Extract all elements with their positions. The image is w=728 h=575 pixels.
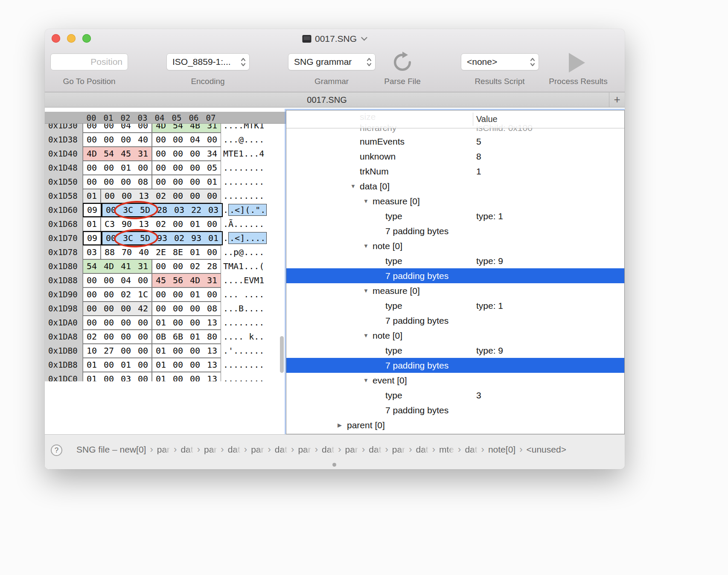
hex-byte[interactable]: 00 xyxy=(100,134,117,146)
hex-byte[interactable]: 00 xyxy=(204,134,221,146)
hex-byte[interactable]: 00 xyxy=(134,359,151,371)
hex-byte[interactable]: 01 xyxy=(204,176,221,188)
hex-byte[interactable]: 93 xyxy=(188,232,205,244)
breadcrumb-item[interactable]: dat xyxy=(275,444,287,455)
hex-byte[interactable]: 00 xyxy=(100,162,117,174)
results-tree[interactable]: sizehierarchyisChild: 0x100 Value numEve… xyxy=(286,110,625,434)
hex-field-segment[interactable]: 01000013 xyxy=(152,344,221,358)
hex-byte[interactable]: 6B xyxy=(169,331,186,343)
hex-byte[interactable]: 00 xyxy=(204,218,221,230)
close-button[interactable] xyxy=(52,34,60,43)
hex-byte[interactable]: 02 xyxy=(186,260,204,273)
breadcrumb-item[interactable]: dat xyxy=(322,444,334,455)
hex-byte[interactable]: 00 xyxy=(134,274,151,287)
results-script-select[interactable]: <none> xyxy=(461,53,539,70)
hex-byte[interactable]: 45 xyxy=(117,148,134,160)
disclosure-closed-icon[interactable]: ▶ xyxy=(338,418,347,433)
hex-byte[interactable]: 01 xyxy=(117,162,134,174)
breadcrumb-item[interactable]: par xyxy=(392,444,405,455)
hex-byte[interactable]: 00 xyxy=(169,148,186,160)
hex-row[interactable]: 0x1DB01027000001000013.'...... xyxy=(45,344,286,358)
hex-byte[interactable]: 01 xyxy=(83,218,100,230)
hex-byte[interactable]: 02 xyxy=(171,232,188,244)
hex-byte[interactable]: 4D xyxy=(186,274,204,287)
hex-byte[interactable]: 31 xyxy=(204,274,221,287)
hex-byte[interactable]: 00 xyxy=(117,134,134,146)
hex-byte[interactable]: 01 xyxy=(117,359,134,371)
ascii-preview[interactable]: .Ã...... xyxy=(223,217,264,231)
ascii-preview[interactable]: ...B.... xyxy=(223,302,264,316)
hex-byte[interactable]: 00 xyxy=(100,331,117,343)
hex-byte[interactable]: 00 xyxy=(117,345,134,357)
ascii-preview[interactable]: .... k.. xyxy=(223,330,264,344)
hex-byte[interactable]: 02 xyxy=(152,218,169,230)
tree-row[interactable]: ▼note [0] xyxy=(286,328,624,343)
tab-0017-sng[interactable]: 0017.SNG xyxy=(45,93,609,107)
breadcrumb-item[interactable]: par xyxy=(251,444,264,455)
hex-field-segment[interactable]: 02000000 xyxy=(83,330,152,344)
hex-byte[interactable]: 00 xyxy=(134,162,151,174)
hex-byte[interactable]: 00 xyxy=(83,162,100,174)
ascii-preview[interactable]: ........ xyxy=(223,372,264,381)
hex-byte[interactable]: 00 xyxy=(186,190,204,202)
hex-byte[interactable]: 00 xyxy=(169,176,186,188)
hex-row[interactable]: 0x1DC00100030001000013........ xyxy=(45,372,286,381)
hex-byte[interactable]: 00 xyxy=(100,302,117,315)
ascii-preview[interactable]: ....EVM1 xyxy=(223,273,264,288)
tree-row[interactable]: 7 padding bytes xyxy=(286,268,624,283)
hex-byte[interactable]: 01 xyxy=(152,373,169,381)
hex-field-segment[interactable]: 09 xyxy=(83,231,102,245)
hex-byte[interactable]: 00 xyxy=(152,162,169,174)
tree-row[interactable]: ▼note [0] xyxy=(286,238,624,253)
hex-row[interactable]: 0x1D480000010000000005........ xyxy=(45,161,286,175)
hex-byte[interactable]: 01 xyxy=(152,345,169,357)
hex-field-segment[interactable]: 00001302000000 xyxy=(101,189,221,203)
ascii-preview[interactable]: ........ xyxy=(223,358,264,372)
hex-byte[interactable]: 00 xyxy=(152,148,169,160)
hex-byte[interactable]: 00 xyxy=(83,176,100,188)
hex-row[interactable]: 0x1D580100001302000000........ xyxy=(45,189,286,203)
breadcrumb-item[interactable]: mte xyxy=(439,444,454,455)
hex-byte[interactable]: 31 xyxy=(134,148,151,160)
hex-byte[interactable]: 00 xyxy=(169,134,186,146)
hex-byte[interactable]: 03 xyxy=(205,204,222,216)
hex-byte[interactable]: 00 xyxy=(117,317,134,329)
hex-byte[interactable]: 13 xyxy=(204,317,221,329)
ascii-preview[interactable]: ....MTK1 xyxy=(223,124,264,133)
breadcrumb-item[interactable]: par xyxy=(345,444,358,455)
hex-field-segment[interactable]: 4D544B31 xyxy=(152,124,221,133)
hex-scrollbar-thumb[interactable] xyxy=(280,336,284,373)
breadcrumb-item[interactable]: note[0] xyxy=(488,444,515,455)
zoom-button[interactable] xyxy=(82,34,91,43)
hex-field-segment[interactable]: 0000021C xyxy=(83,288,152,302)
hex-field-segment[interactable]: 4D544531 xyxy=(83,147,152,161)
hex-field-segment[interactable]: 45564D31 xyxy=(152,273,221,288)
hex-field-segment[interactable]: 03 xyxy=(83,245,101,259)
hex-byte[interactable]: 00 xyxy=(186,359,204,371)
hex-byte[interactable]: 41 xyxy=(117,260,134,273)
hex-byte[interactable]: 01 xyxy=(186,288,204,301)
minimize-button[interactable] xyxy=(67,34,76,43)
hex-editor[interactable]: 0x1D30000004004D544B31....MTK10x1D380000… xyxy=(45,124,286,381)
hex-byte[interactable]: 00 xyxy=(134,373,151,381)
hex-byte[interactable]: 00 xyxy=(204,246,221,258)
tree-row[interactable]: 7 padding bytes xyxy=(286,403,624,418)
hex-byte[interactable]: 00 xyxy=(101,190,118,202)
tree-row[interactable]: 7 padding bytes xyxy=(286,224,624,238)
hex-byte[interactable]: 00 xyxy=(169,302,186,315)
hex-field-segment[interactable]: 01000300 xyxy=(83,372,152,381)
hex-byte[interactable]: 00 xyxy=(100,359,117,371)
breadcrumb-item[interactable]: SNG file – new[0] xyxy=(76,444,146,455)
hex-row[interactable]: 0x1D404D54453100000034MTE1...4 xyxy=(45,147,286,161)
hex-byte[interactable]: 13 xyxy=(204,359,221,371)
hex-byte[interactable]: 01 xyxy=(186,246,204,258)
hex-byte[interactable]: 4D xyxy=(152,124,169,132)
tree-row[interactable]: ▶parent [0] xyxy=(286,418,624,433)
hex-byte[interactable]: 22 xyxy=(188,204,205,216)
hex-byte[interactable]: 09 xyxy=(84,204,101,216)
hex-byte[interactable]: 00 xyxy=(169,345,186,357)
hex-byte[interactable]: 00 xyxy=(152,288,169,301)
ascii-preview[interactable]: TMA1...( xyxy=(223,259,264,273)
hex-byte[interactable]: 13 xyxy=(204,373,221,381)
hex-field-segment[interactable]: 00000400 xyxy=(83,273,152,288)
